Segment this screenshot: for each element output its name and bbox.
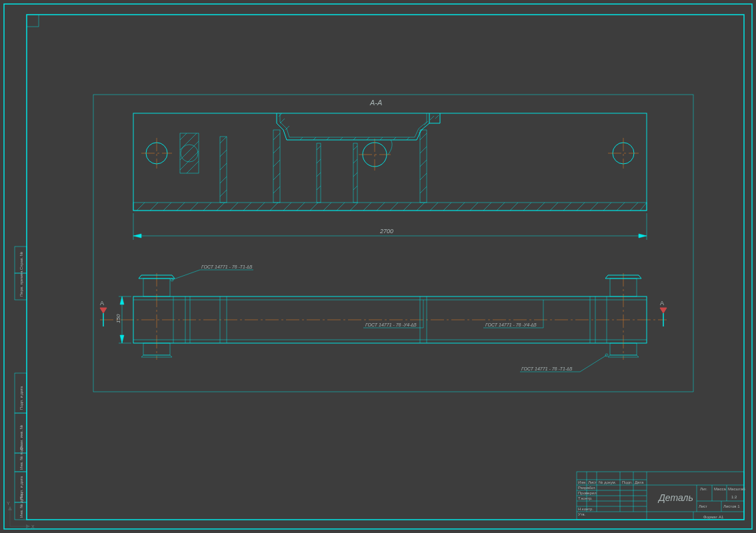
drawing-title: Деталь: [657, 492, 693, 503]
weld-callout-1: [171, 270, 253, 281]
svg-line-26: [457, 203, 465, 211]
svg-line-37: [603, 203, 611, 211]
svg-line-9: [230, 203, 238, 211]
svg-text:Т.контр.: Т.контр.: [578, 496, 593, 500]
svg-marker-197: [26, 524, 30, 528]
top-section-view: [133, 113, 647, 211]
svg-text:Формат   A1: Формат A1: [703, 515, 724, 519]
svg-line-24: [430, 203, 438, 211]
svg-rect-56: [317, 143, 321, 203]
svg-text:Масштаб: Масштаб: [728, 487, 745, 491]
svg-line-66: [273, 160, 280, 167]
svg-line-16: [323, 203, 331, 211]
svg-text:Масса: Масса: [714, 487, 726, 491]
svg-text:Лист: Лист: [699, 504, 707, 508]
svg-text:Листов 1: Листов 1: [723, 504, 740, 508]
svg-line-96: [430, 116, 434, 120]
svg-line-80: [420, 173, 427, 180]
svg-line-31: [523, 203, 531, 211]
outer-border: [4, 4, 752, 529]
svg-marker-139: [100, 308, 107, 313]
svg-line-85: [300, 137, 303, 140]
svg-line-11: [257, 203, 265, 211]
dim-width-text: 2700: [379, 228, 393, 235]
svg-text:Дата: Дата: [635, 480, 644, 484]
svg-line-93: [407, 137, 409, 140]
weld1-text: ГОСТ 14771 - 76 -Т1-∆5: [201, 265, 253, 269]
svg-rect-57: [353, 143, 357, 203]
svg-text:A: A: [660, 300, 664, 306]
svg-line-33: [550, 203, 558, 211]
svg-line-17: [337, 203, 345, 211]
svg-marker-102: [639, 234, 647, 238]
svg-line-7: [203, 203, 211, 211]
view-bounds: [93, 95, 693, 392]
svg-line-2: [137, 203, 145, 211]
svg-line-15: [310, 203, 318, 211]
svg-line-72: [317, 186, 321, 190]
svg-line-87: [327, 137, 329, 140]
svg-line-135: [580, 355, 607, 372]
weld3-text: ГОСТ 14771 - 76 -У4-∆5: [485, 322, 537, 327]
svg-line-23: [417, 203, 425, 211]
svg-text:Справ. №: Справ. №: [19, 252, 23, 270]
svg-line-83: [280, 119, 285, 123]
svg-text:Проверил: Проверил: [578, 491, 597, 495]
svg-line-89: [353, 137, 356, 140]
svg-line-61: [220, 163, 227, 170]
svg-line-28: [483, 203, 491, 211]
svg-line-62: [220, 177, 227, 183]
svg-line-40: [640, 203, 647, 211]
svg-line-3: [150, 203, 158, 211]
svg-text:Изм.: Изм.: [578, 480, 587, 484]
svg-text:X: X: [31, 524, 35, 529]
svg-line-86: [313, 137, 316, 140]
svg-line-92: [393, 137, 396, 140]
svg-line-44: [180, 141, 199, 160]
svg-line-25: [443, 203, 451, 211]
svg-line-63: [220, 190, 227, 197]
svg-line-14: [297, 203, 305, 211]
svg-line-76: [353, 186, 357, 190]
svg-line-73: [353, 146, 357, 150]
svg-line-45: [180, 151, 199, 170]
drawing-frame: [27, 15, 744, 520]
svg-line-71: [317, 173, 321, 177]
svg-marker-127: [120, 335, 124, 343]
svg-line-88: [340, 137, 343, 140]
svg-text:Подп. и дата: Подп. и дата: [19, 386, 23, 410]
svg-line-13: [283, 203, 291, 211]
svg-line-69: [317, 146, 321, 150]
svg-line-20: [377, 203, 385, 211]
svg-line-75: [353, 173, 357, 177]
svg-line-90: [367, 137, 369, 140]
svg-line-46: [187, 161, 199, 173]
svg-text:Подп.: Подп.: [622, 480, 633, 484]
svg-marker-198: [8, 506, 12, 510]
svg-text:Инв. № дубл.: Инв. № дубл.: [19, 493, 23, 518]
dimension-width: [133, 213, 647, 240]
svg-line-42: [180, 133, 187, 140]
svg-line-30: [510, 203, 518, 211]
svg-text:Н.контр.: Н.контр.: [578, 507, 593, 511]
frame-notch: [27, 15, 39, 27]
svg-text:A: A: [100, 300, 104, 306]
svg-text:Лит.: Лит.: [700, 487, 707, 491]
svg-line-59: [220, 137, 227, 143]
svg-marker-101: [133, 234, 141, 238]
svg-line-22: [403, 203, 411, 211]
svg-line-4: [163, 203, 171, 211]
svg-line-77: [420, 133, 427, 140]
svg-line-34: [563, 203, 571, 211]
weld2-text: ГОСТ 14771 - 76 -У4-∆5: [365, 322, 417, 327]
svg-line-65: [273, 147, 280, 153]
svg-marker-126: [120, 296, 124, 304]
title-block: Изм. Лист № докум. Подп. Дата Разработ. …: [577, 472, 745, 520]
weld4-text: ГОСТ 14771 - 76 -Т1-∆5: [521, 366, 573, 371]
svg-line-10: [243, 203, 251, 211]
svg-line-68: [273, 187, 280, 193]
svg-text:Перв. примен.: Перв. примен.: [19, 270, 23, 296]
svg-line-43: [180, 133, 197, 150]
section-label: А-А: [369, 99, 382, 107]
svg-line-79: [420, 160, 427, 167]
